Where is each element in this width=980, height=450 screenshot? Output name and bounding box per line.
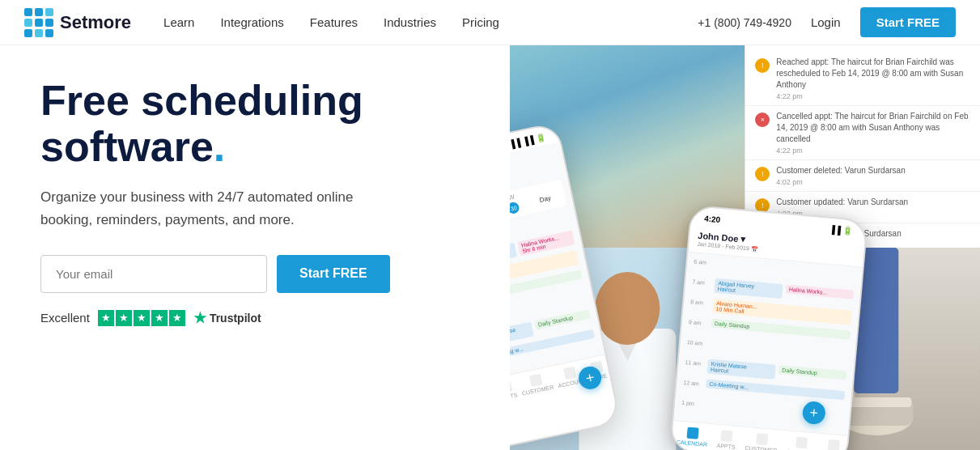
- front-more-icon: [827, 439, 839, 450]
- svg-rect-11: [595, 94, 623, 108]
- hero-left-panel: Free scheduling software. Organize your …: [0, 45, 510, 450]
- notif-deleted: ! Customer deleted: Varun Surdarsan 4:02…: [745, 160, 980, 192]
- nav-learn[interactable]: Learn: [163, 15, 194, 29]
- front-appts-icon: [720, 430, 732, 442]
- svg-point-14: [571, 159, 684, 248]
- setmore-logo-icon: [24, 8, 53, 37]
- hero-right-panel: ! Reached appt: The haircut for Brian Fa…: [510, 45, 980, 450]
- front-time-6am: 6 am: [694, 256, 714, 265]
- svg-rect-2: [45, 8, 53, 16]
- front-nav-more[interactable]: MORE: [824, 439, 842, 450]
- phone-front-frame: 4:20 ▐▐ 🔋 John Doe ▾ Jan 2019 - Feb 2019…: [669, 205, 852, 450]
- notif-cancelled: × Cancelled appt: The haircut for Brian …: [745, 106, 980, 160]
- navbar: Setmore Learn Integrations Features Indu…: [0, 0, 980, 45]
- login-link[interactable]: Login: [811, 15, 841, 29]
- email-input[interactable]: [40, 255, 267, 293]
- front-nav-account[interactable]: ACCOUNT: [786, 435, 815, 450]
- front-calendar-label: CALENDAR: [676, 439, 707, 447]
- notif-reached-text: Reached appt: The haircut for Brian Fair…: [776, 57, 970, 91]
- star-2: ★: [116, 310, 132, 326]
- main-content: Free scheduling software. Organize your …: [0, 45, 980, 450]
- svg-point-10: [583, 57, 672, 163]
- hero-title: Free scheduling software.: [40, 78, 486, 170]
- notif-deleted-time: 4:02 pm: [776, 178, 905, 186]
- front-customer-icon: [756, 433, 768, 445]
- brand-name: Setmore: [60, 12, 131, 33]
- start-free-nav-button[interactable]: Start FREE: [860, 7, 956, 37]
- notif-deleted-icon: !: [755, 167, 770, 181]
- front-nav-calendar[interactable]: CALENDAR: [676, 427, 708, 448]
- nav-links: Learn Integrations Features Industries P…: [163, 15, 698, 29]
- front-calendar-icon: [686, 427, 698, 439]
- nav-right: +1 (800) 749-4920 Login Start FREE: [698, 7, 956, 37]
- hero-title-line1: Free scheduling: [40, 77, 363, 124]
- notif-cancelled-icon: ×: [755, 112, 770, 127]
- notif-cancelled-text: Cancelled appt: The haircut for Brian Fa…: [776, 111, 970, 145]
- notif-reached-icon: !: [755, 58, 770, 73]
- phone-front-screen: 4:20 ▐▐ 🔋 John Doe ▾ Jan 2019 - Feb 2019…: [669, 205, 868, 450]
- logo[interactable]: Setmore: [24, 8, 131, 37]
- phone-number: +1 (800) 749-4920: [698, 16, 791, 29]
- nav-industries[interactable]: Industries: [384, 15, 436, 29]
- svg-rect-4: [35, 19, 43, 27]
- notif-cancelled-content: Cancelled appt: The haircut for Brian Fa…: [776, 111, 970, 155]
- svg-rect-3: [24, 19, 32, 27]
- svg-point-17: [595, 272, 660, 345]
- trustpilot-star-icon: ★: [193, 309, 206, 327]
- svg-rect-5: [45, 19, 53, 27]
- notif-cancelled-time: 4:22 pm: [776, 146, 970, 155]
- hero-title-dot: .: [214, 123, 225, 170]
- start-free-button[interactable]: Start FREE: [277, 255, 390, 293]
- front-time-12am: 12 am: [683, 377, 703, 387]
- trust-label: Excellent: [40, 311, 90, 325]
- nav-customer-label: CUSTOMER: [521, 384, 554, 397]
- star-4: ★: [151, 310, 168, 326]
- trustpilot-label: Trustpilot: [210, 312, 261, 325]
- email-cta-row: Start FREE: [40, 255, 486, 293]
- front-nav-customer[interactable]: CUSTOMER: [745, 432, 778, 450]
- svg-rect-7: [35, 29, 43, 37]
- nav-appts[interactable]: APPTS: [510, 379, 518, 401]
- nav-customer[interactable]: CUSTOMER: [519, 371, 554, 397]
- star-3: ★: [134, 310, 150, 326]
- nav-appts-label: APPTS: [510, 392, 518, 401]
- front-time: 4:20: [703, 214, 720, 224]
- svg-rect-27: [843, 397, 912, 407]
- star-1: ★: [98, 310, 114, 326]
- svg-rect-6: [24, 29, 32, 37]
- star-ratings: ★ ★ ★ ★ ★: [98, 310, 185, 326]
- notif-reached-time: 4:22 pm: [776, 92, 970, 100]
- front-time-9am: 9 am: [688, 316, 708, 326]
- front-account-icon: [795, 436, 808, 448]
- front-customer-label: CUSTOMER: [745, 445, 777, 450]
- front-time-10am: 10 am: [686, 337, 706, 346]
- trustpilot-row: Excellent ★ ★ ★ ★ ★ ★ Trustpilot: [40, 309, 486, 327]
- customer-nav-icon: [528, 374, 542, 388]
- front-time-1pm: 1 pm: [681, 397, 702, 407]
- hero-title-line2: software: [40, 123, 214, 170]
- front-appt-abigail: Abigail HarveyHaircut: [714, 278, 783, 299]
- front-nav-appts[interactable]: APPTS: [716, 430, 736, 450]
- front-indicators: ▐▐ 🔋: [829, 225, 853, 236]
- nav-integrations[interactable]: Integrations: [220, 15, 283, 29]
- nav-pricing[interactable]: Pricing: [462, 15, 499, 29]
- notif-updated-text: Customer updated: Varun Surdarsan: [776, 197, 908, 208]
- front-time-8am: 8 am: [690, 296, 711, 306]
- nav-features[interactable]: Features: [310, 15, 358, 29]
- svg-rect-12: [631, 94, 660, 108]
- appts-nav-icon: [510, 380, 513, 393]
- front-time-11am: 11 am: [685, 357, 705, 367]
- account-nav-icon: [563, 367, 577, 380]
- date-30-today: 30: [510, 202, 520, 215]
- svg-rect-0: [24, 8, 32, 16]
- front-kristie: Kristie MateseHaircut: [706, 359, 775, 379]
- notif-deleted-text: Customer deleted: Varun Surdarsan: [776, 165, 905, 176]
- front-time-7am: 7 am: [692, 276, 712, 286]
- front-appts-label: APPTS: [716, 443, 735, 450]
- svg-rect-8: [45, 29, 53, 37]
- notif-reached-content: Reached appt: The haircut for Brian Fair…: [776, 57, 970, 100]
- hero-subtitle: Organize your business with 24/7 automat…: [40, 186, 380, 230]
- notif-reached: ! Reached appt: The haircut for Brian Fa…: [745, 52, 980, 106]
- svg-rect-1: [35, 8, 43, 16]
- trustpilot-logo: ★ Trustpilot: [193, 309, 261, 327]
